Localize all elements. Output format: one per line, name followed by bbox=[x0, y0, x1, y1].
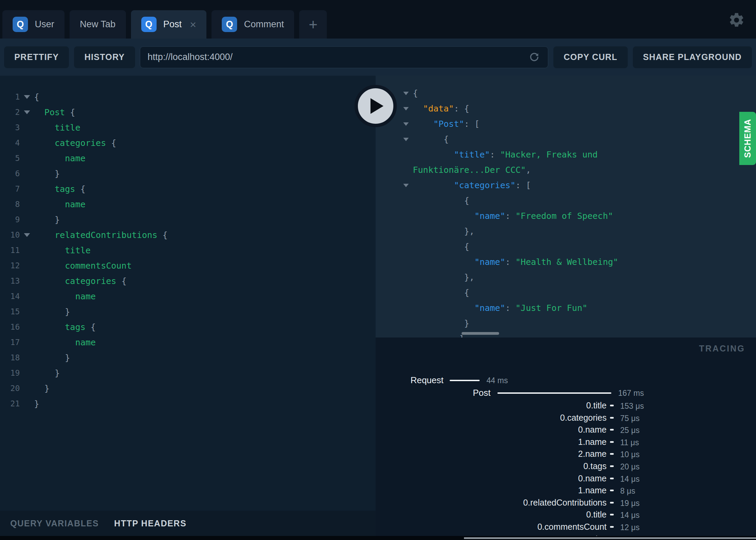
code-token: { bbox=[413, 196, 469, 206]
trace-label: Post bbox=[473, 388, 491, 398]
fold-arrow-slot bbox=[20, 381, 34, 396]
fold-arrow-slot bbox=[401, 316, 411, 331]
query-editor-lines: 1{2 Post {3 title4 categories {5 name6 }… bbox=[0, 76, 376, 411]
tab-user[interactable]: QUser bbox=[2, 10, 64, 39]
code-token: { bbox=[116, 276, 127, 286]
line-number: 8 bbox=[0, 197, 20, 212]
code-token: title bbox=[34, 245, 91, 255]
play-icon bbox=[370, 98, 384, 114]
fold-arrow-slot bbox=[20, 135, 34, 151]
code-token: }, bbox=[413, 272, 475, 282]
share-playground-button[interactable]: SHARE PLAYGROUND bbox=[633, 46, 752, 68]
code-token: , bbox=[526, 165, 531, 175]
code-token: "name" bbox=[475, 257, 505, 267]
editor-line: 21} bbox=[0, 396, 376, 411]
bottom-scrollbar[interactable] bbox=[464, 537, 756, 539]
editor-line-text: } bbox=[34, 396, 39, 411]
trace-bar bbox=[610, 514, 614, 515]
line-number: 6 bbox=[0, 166, 20, 181]
code-token: { bbox=[65, 107, 75, 117]
editor-line: 14 name bbox=[0, 289, 376, 304]
triangle-down-icon bbox=[403, 184, 409, 187]
editor-line: 2 Post { bbox=[0, 105, 376, 120]
trace-span-row: Post167 ms bbox=[376, 388, 756, 400]
editor-line: 1{ bbox=[0, 89, 376, 105]
fold-arrow-icon[interactable] bbox=[401, 116, 411, 132]
code-token: "Freedom of Speech" bbox=[515, 211, 613, 221]
line-number: 12 bbox=[0, 258, 20, 273]
code-token: { bbox=[157, 230, 168, 240]
line-number: 20 bbox=[0, 381, 20, 396]
tab-new-tab[interactable]: New Tab bbox=[70, 10, 126, 39]
fold-arrow-icon[interactable] bbox=[401, 86, 411, 101]
triangle-down-icon bbox=[24, 233, 30, 237]
history-button[interactable]: HISTORY bbox=[74, 46, 135, 68]
trace-label: Request bbox=[410, 375, 444, 386]
code-token: "name" bbox=[475, 303, 505, 313]
fold-arrow-slot bbox=[401, 300, 411, 316]
fold-arrow-slot bbox=[401, 270, 411, 285]
trace-label: 0.title bbox=[586, 401, 607, 410]
toolbar: PRETTIFY HISTORY http://localhost:4000/ … bbox=[0, 39, 756, 76]
tab-label: User bbox=[35, 19, 54, 30]
trace-bar bbox=[497, 392, 611, 394]
trace-field-row: 1.name11 μs bbox=[376, 437, 756, 449]
trace-span-row: Request44 ms bbox=[376, 375, 756, 387]
fold-arrow-icon[interactable] bbox=[20, 105, 34, 120]
fold-arrow-icon[interactable] bbox=[20, 89, 34, 105]
trace-field-row: 0.tags20 μs bbox=[376, 461, 756, 474]
fold-arrow-slot bbox=[401, 254, 411, 270]
http-headers-tab[interactable]: HTTP HEADERS bbox=[114, 519, 187, 528]
fold-arrow-slot bbox=[20, 396, 34, 411]
query-variables-tab[interactable]: QUERY VARIABLES bbox=[10, 519, 99, 528]
trace-label: 1.name bbox=[578, 485, 607, 495]
trace-bar bbox=[610, 429, 614, 431]
code-token: { bbox=[106, 138, 116, 148]
execute-query-button[interactable] bbox=[354, 85, 397, 127]
new-tab-button[interactable]: + bbox=[299, 10, 327, 39]
trace-bar bbox=[610, 417, 614, 419]
trace-label: 0.tags bbox=[583, 461, 607, 471]
trace-label: 0.name bbox=[578, 474, 607, 483]
line-number: 14 bbox=[0, 289, 20, 304]
endpoint-url-value: http://localhost:4000/ bbox=[148, 52, 233, 62]
editor-line: 10 relatedContributions { bbox=[0, 227, 376, 243]
code-token: commentsCount bbox=[34, 261, 132, 271]
code-token: { bbox=[413, 134, 449, 144]
editor-line: 8 name bbox=[0, 197, 376, 212]
code-token: "title" bbox=[454, 150, 490, 160]
line-number: 16 bbox=[0, 319, 20, 335]
code-token: } bbox=[34, 169, 60, 179]
fold-arrow-slot bbox=[20, 181, 34, 197]
editor-line-text: } bbox=[34, 166, 60, 181]
editor-line: 5 name bbox=[0, 151, 376, 166]
query-editor[interactable]: 1{2 Post {3 title4 categories {5 name6 }… bbox=[0, 76, 376, 511]
reload-schema-icon[interactable] bbox=[528, 51, 540, 63]
code-token: "Health & Wellbeing" bbox=[515, 257, 618, 267]
fold-arrow-icon[interactable] bbox=[401, 132, 411, 147]
close-tab-icon[interactable]: × bbox=[190, 19, 197, 30]
trace-duration: 167 ms bbox=[618, 389, 644, 398]
trace-field-row: 0.commentsCount12 μs bbox=[376, 522, 756, 534]
settings-gear-icon[interactable] bbox=[728, 12, 745, 29]
fold-arrow-slot bbox=[20, 335, 34, 350]
code-token: { bbox=[413, 88, 418, 98]
copy-curl-button[interactable]: COPY CURL bbox=[553, 46, 628, 68]
prettify-button[interactable]: PRETTIFY bbox=[4, 46, 69, 68]
editor-line-text: name bbox=[34, 335, 96, 350]
tab-comment[interactable]: QComment bbox=[212, 10, 294, 39]
code-token bbox=[413, 211, 475, 221]
endpoint-url-input[interactable]: http://localhost:4000/ bbox=[140, 46, 549, 68]
trace-field-row: 0.categories75 μs bbox=[376, 413, 756, 425]
fold-arrow-slot bbox=[20, 197, 34, 212]
fold-arrow-icon[interactable] bbox=[401, 101, 411, 116]
fold-arrow-icon[interactable] bbox=[401, 178, 411, 193]
trace-duration: 25 μs bbox=[620, 426, 640, 435]
response-scrollbar[interactable] bbox=[462, 332, 499, 335]
schema-tab[interactable]: SCHEMA bbox=[739, 112, 756, 165]
response-line: { bbox=[376, 132, 756, 147]
fold-arrow-icon[interactable] bbox=[20, 227, 34, 243]
triangle-down-icon bbox=[403, 92, 409, 95]
tab-post[interactable]: QPost× bbox=[131, 10, 207, 39]
code-token: { bbox=[86, 322, 96, 332]
